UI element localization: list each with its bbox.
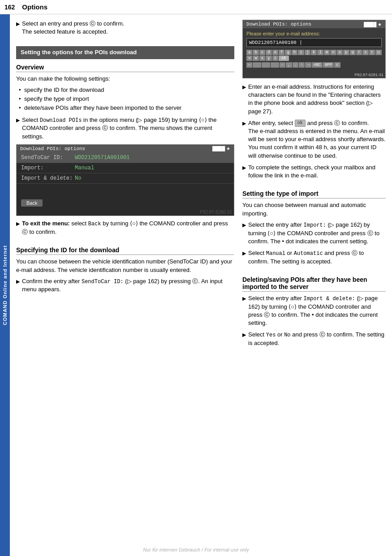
- email-titlebar-text: Download POIs: options: [246, 22, 311, 27]
- key-i[interactable]: i: [298, 50, 304, 55]
- key-clear[interactable]: c: [334, 62, 340, 68]
- arrow-icon: ▶: [242, 120, 246, 127]
- keyboard-row-1: a b c d e f g h i j k l m n o p q: [246, 50, 382, 61]
- key-space1[interactable]: [253, 62, 261, 68]
- right-column: Download POIs: options ████ ★ Please ent…: [242, 20, 386, 351]
- key-abc[interactable]: ABC: [312, 62, 323, 68]
- key-v[interactable]: v: [246, 56, 252, 61]
- specifying-title: Specifying the ID for the download: [16, 246, 234, 255]
- exit-bold: To exit the menu:: [22, 220, 70, 227]
- email-titlebar-icons: ████ ★: [364, 22, 382, 27]
- arrow-icon: ▶: [16, 278, 20, 285]
- arrow-icon: ▶: [242, 164, 246, 171]
- nav-row-import: Import: Manual: [17, 163, 234, 173]
- nav-row-import-delete: Import & delete: No: [17, 173, 234, 184]
- key-c[interactable]: c: [259, 50, 265, 55]
- left-column: ▶ Select an entry and press ⓒ to confirm…: [16, 20, 234, 351]
- arrow-icon: ▶: [242, 250, 246, 257]
- key-b[interactable]: b: [253, 50, 258, 55]
- arrow-icon: ▶: [242, 295, 246, 302]
- email-text-2: After entry, select ok and press ⓒ to co…: [248, 119, 386, 160]
- key-l[interactable]: l: [317, 50, 323, 55]
- email-screenshot-titlebar: Download POIs: options ████ ★: [243, 20, 385, 28]
- key-w[interactable]: w: [253, 56, 258, 61]
- intro-text: Select an entry and press ⓒ to confirm.T…: [22, 20, 234, 36]
- section-heading-box: Setting the options for the POIs downloa…: [16, 46, 234, 59]
- delete-arrow-2: ▶ Select Yes or No and press ⓒ to confir…: [242, 331, 386, 347]
- key-o[interactable]: o: [337, 50, 343, 55]
- key-f[interactable]: f: [279, 50, 284, 55]
- main-content: ▶ Select an entry and press ⓒ to confirm…: [10, 14, 392, 356]
- nav-back-row: Back: [17, 197, 234, 209]
- nav-screenshot: Download POIs: options ████ ★ SendToCar …: [16, 144, 234, 216]
- nav-screenshot-body: SendToCar ID: WDD2120571A001001 Import: …: [17, 153, 234, 209]
- email-arrow-3: ▶ To complete the settings, check your m…: [242, 164, 386, 180]
- arrow-icon: ▶: [242, 84, 246, 91]
- key-comma[interactable]: ,: [286, 62, 292, 68]
- import-arrow-2: ▶ Select Manual or Automatic and press ⓒ…: [242, 249, 386, 266]
- exit-text: To exit the menu: select Back by turning…: [22, 220, 234, 236]
- key-r[interactable]: r: [356, 50, 362, 55]
- key-x[interactable]: x: [259, 56, 265, 61]
- key-space2[interactable]: [262, 62, 270, 68]
- email-input-box: WDD2120571A00100 |: [246, 38, 382, 47]
- import-text-2: Select Manual or Automatic and press ⓒ t…: [248, 249, 386, 266]
- header-title: Options: [22, 3, 47, 11]
- email-arrow-1: ▶ Enter an e-mail address. Instructions …: [242, 83, 386, 116]
- arrow-icon: ▶: [242, 332, 246, 338]
- keyboard-row-2: ← - , . ↑ → ABC NPP c: [246, 62, 382, 68]
- key-n[interactable]: n: [330, 50, 336, 55]
- nav-label: Import & delete:: [21, 175, 75, 181]
- email-arrow-2: ▶ After entry, select ok and press ⓒ to …: [242, 119, 386, 160]
- key-up[interactable]: ↑: [299, 62, 305, 68]
- header-bar: 162 Options: [0, 0, 392, 14]
- list-item: specify the ID for the download: [19, 86, 234, 94]
- key-right[interactable]: →: [305, 62, 311, 68]
- key-ok[interactable]: ok: [279, 56, 289, 61]
- delete-title: Deleting/saving POIs after they have bee…: [242, 276, 386, 292]
- key-t[interactable]: t: [369, 50, 375, 55]
- key-dot[interactable]: .: [293, 62, 298, 68]
- list-item: specify the type of import: [19, 95, 234, 103]
- section-heading-text: Setting the options for the POIs downloa…: [21, 49, 137, 56]
- ok-button[interactable]: ok: [295, 120, 306, 127]
- key-h[interactable]: h: [292, 50, 297, 55]
- key-k[interactable]: k: [311, 50, 317, 55]
- sidebar-label: COMAND Online and Internet: [0, 14, 10, 556]
- key-d[interactable]: d: [266, 50, 271, 55]
- key-z[interactable]: z: [272, 56, 278, 61]
- nav-titlebar-icons: ████ ★: [212, 146, 230, 151]
- delete-arrow-1: ▶ Select the entry after Import & delete…: [242, 294, 386, 327]
- specifying-intro: You can choose between the vehicle ident…: [16, 258, 234, 275]
- key-dash[interactable]: -: [280, 62, 285, 68]
- key-q[interactable]: q: [350, 50, 356, 55]
- key-backspace[interactable]: ←: [246, 62, 252, 68]
- key-y[interactable]: y: [266, 56, 271, 61]
- nav-label: Import:: [21, 165, 75, 171]
- import-text-1: Select the entry after Import: (▷ page 1…: [248, 221, 386, 246]
- overview-intro: You can make the following settings:: [16, 75, 234, 83]
- back-button[interactable]: Back: [21, 199, 43, 207]
- nav-screenshot-titlebar: Download POIs: options ████ ★: [17, 145, 234, 153]
- key-m[interactable]: m: [324, 50, 330, 55]
- delete-text-2: Select Yes or No and press ⓒ to confirm.…: [248, 331, 386, 347]
- nav-label: SendToCar ID:: [21, 155, 75, 161]
- key-npp[interactable]: NPP: [323, 62, 334, 68]
- key-j[interactable]: j: [305, 50, 310, 55]
- email-screenshot: Download POIs: options ████ ★ Please ent…: [242, 20, 386, 78]
- page-number: 162: [4, 4, 15, 11]
- key-p[interactable]: p: [343, 50, 349, 55]
- key-s[interactable]: s: [362, 50, 368, 55]
- watermark: Nur für internen Gebrauch / For internal…: [0, 547, 392, 552]
- key-u[interactable]: u: [375, 50, 381, 55]
- key-space3[interactable]: [271, 62, 279, 68]
- nav-row-sendtocar: SendToCar ID: WDD2120571A001001: [17, 153, 234, 163]
- import-arrow-1: ▶ Select the entry after Import: (▷ page…: [242, 221, 386, 246]
- key-e[interactable]: e: [272, 50, 278, 55]
- intro-arrow-item: ▶ Select an entry and press ⓒ to confirm…: [16, 20, 234, 36]
- key-a[interactable]: a: [246, 50, 252, 55]
- nav-value: No: [75, 175, 81, 181]
- email-text-3: To complete the settings, check your mai…: [248, 164, 386, 180]
- key-g[interactable]: g: [285, 50, 291, 55]
- confirm-arrow-item: ▶ Confirm the entry after SendToCar ID: …: [16, 277, 234, 294]
